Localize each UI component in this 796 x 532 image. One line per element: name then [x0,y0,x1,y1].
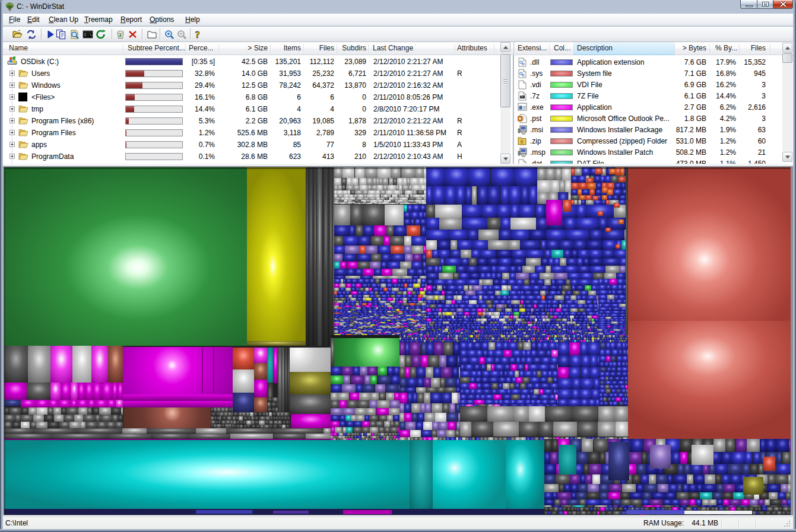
svg-text:7z: 7z [521,95,524,98]
svg-text:C:\: C:\ [84,33,92,37]
svg-text:?: ? [195,30,200,40]
